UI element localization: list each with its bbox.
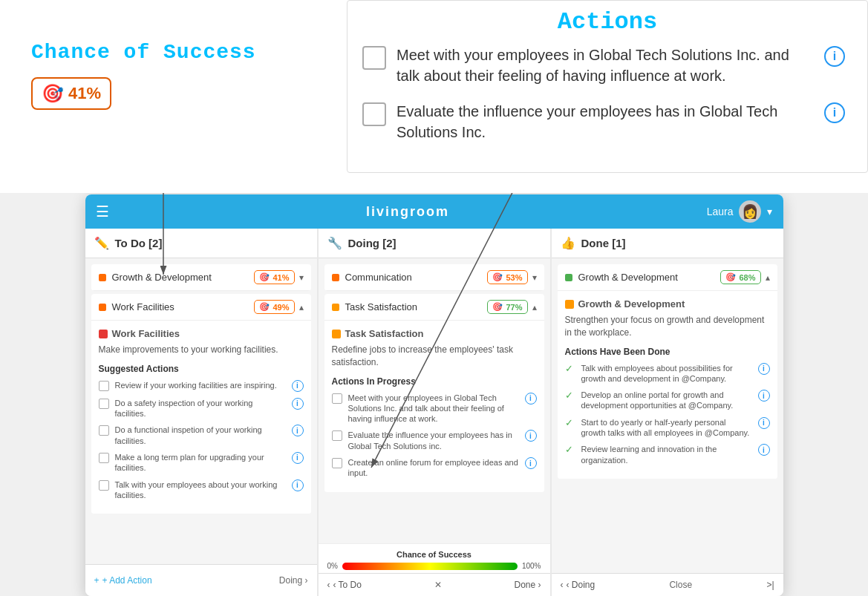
done-footer-center[interactable]: Close xyxy=(669,580,692,590)
done-growth-card-dot xyxy=(565,300,574,309)
comm-badge: 🎯 53% xyxy=(487,270,527,284)
work-check-3[interactable] xyxy=(99,453,109,463)
task-dot xyxy=(332,304,339,311)
doing-header: 🔧 Doing [2] xyxy=(319,229,550,258)
task-action-1: Evaluate the influence your employees ha… xyxy=(332,430,537,451)
done-prev-label: ‹ Doing xyxy=(567,580,595,590)
done-info-0[interactable]: i xyxy=(758,363,770,375)
work-actions-list: Review if your working facilities are in… xyxy=(99,380,304,500)
doing-task-card: Task Satisfaction Redefine jobs to incre… xyxy=(324,321,544,492)
todo-work-card: Work Facilities Make improvements to you… xyxy=(91,321,311,514)
work-action-text-2: Do a functional inspetion of your workin… xyxy=(115,425,286,446)
growth-chevron: ▾ xyxy=(299,272,304,283)
user-area[interactable]: Laura 👩 ▾ xyxy=(707,200,773,223)
add-action-label: + Add Action xyxy=(102,575,152,586)
todo-label: To Do [2] xyxy=(115,237,163,249)
task-check-0[interactable] xyxy=(332,393,342,404)
task-chevron: ▴ xyxy=(532,302,537,312)
action-checkbox-1[interactable] xyxy=(362,46,386,70)
hamburger-icon[interactable]: ☰ xyxy=(96,203,109,220)
work-action-4: Talk with your employees about your work… xyxy=(99,479,304,501)
work-check-0[interactable] xyxy=(99,381,109,391)
task-check-2[interactable] xyxy=(332,458,342,468)
work-action-text-0: Review if your working facilities are in… xyxy=(115,380,286,390)
cos-bar xyxy=(342,563,518,570)
done-growth-badge: 🎯 68% xyxy=(720,270,760,284)
work-check-1[interactable] xyxy=(99,399,109,409)
work-badge-icon: 🎯 xyxy=(259,302,270,312)
add-action-btn[interactable]: + + Add Action xyxy=(94,571,152,590)
todo-growth-header[interactable]: Growth & Development 🎯 41% ▾ xyxy=(91,264,311,291)
done-action-text-0: Talk with employees about possibilities … xyxy=(581,363,752,384)
done-footer-left[interactable]: ‹ ‹ Doing xyxy=(561,580,595,590)
done-info-3[interactable]: i xyxy=(758,444,770,456)
task-action-text-2: Create an online forum for employee idea… xyxy=(348,457,519,479)
action-item-1: Meet with your employees in Global Tech … xyxy=(362,45,852,86)
todo-header: ✏️ To Do [2] xyxy=(85,229,317,258)
work-card-desc: Make improvements to your working facili… xyxy=(99,344,304,356)
action-item-2: Evaluate the influence your employees ha… xyxy=(362,101,852,143)
todo-icon: ✏️ xyxy=(94,236,109,250)
cos-label-left: 0% xyxy=(327,562,338,570)
info-icon-2[interactable]: i xyxy=(824,102,845,123)
action-text-2: Evaluate the influence your employees ha… xyxy=(397,101,814,143)
done-growth-row: Growth & Development 🎯 68% ▴ Growth & De… xyxy=(558,264,777,479)
work-info-2[interactable]: i xyxy=(292,425,304,436)
done-growth-name: Growth & Development xyxy=(578,272,721,283)
done-growth-badge-pct: 68% xyxy=(739,273,755,282)
task-info-2[interactable]: i xyxy=(525,457,537,469)
action-checkbox-2[interactable] xyxy=(362,102,386,126)
chance-title: Chance of Success xyxy=(31,41,256,64)
work-check-2[interactable] xyxy=(99,425,109,436)
todo-work-header[interactable]: Work Facilities 🎯 49% ▴ xyxy=(91,294,311,321)
doing-footer-right[interactable]: Done › xyxy=(514,580,541,590)
growth-dot xyxy=(99,274,106,281)
task-info-1[interactable]: i xyxy=(525,430,537,442)
user-chevron: ▾ xyxy=(767,206,772,217)
work-action-3: Make a long term plan for upgrading your… xyxy=(99,452,304,474)
done-info-1[interactable]: i xyxy=(758,390,770,402)
work-info-1[interactable]: i xyxy=(292,398,304,410)
work-action-2: Do a functional inspetion of your workin… xyxy=(99,425,304,446)
done-growth-header[interactable]: Growth & Development 🎯 68% ▴ xyxy=(558,264,777,291)
todo-footer-right[interactable]: Doing › xyxy=(279,575,308,586)
done-growth-cat: Growth & Development xyxy=(565,298,770,310)
doing-comm-row: Communication 🎯 53% ▾ xyxy=(324,264,544,291)
app-window: ☰ livingroom Laura 👩 ▾ ✏️ To Do [2] Grow… xyxy=(85,194,783,596)
chance-badge: 🎯 41% xyxy=(31,77,111,110)
task-actions-list: Meet with your employees in Global Tech … xyxy=(332,393,537,479)
info-icon-1[interactable]: i xyxy=(824,46,845,67)
task-badge-pct: 77% xyxy=(506,303,522,312)
work-chevron: ▴ xyxy=(299,302,304,312)
done-action-1: ✓ Develop an online portal for growth an… xyxy=(565,390,770,411)
doing-footer-center[interactable]: ✕ xyxy=(434,580,442,590)
chance-of-success-section: Chance of Success 🎯 41% xyxy=(31,41,256,110)
doing-footer-left[interactable]: ‹ ‹ To Do xyxy=(327,580,362,590)
work-info-0[interactable]: i xyxy=(292,380,304,392)
work-info-4[interactable]: i xyxy=(292,479,304,491)
done-growth-card: Growth & Development Strengthen your foc… xyxy=(558,291,777,479)
work-check-4[interactable] xyxy=(99,480,109,491)
done-check-2: ✓ xyxy=(565,417,575,428)
done-info-2[interactable]: i xyxy=(758,417,770,429)
done-growth-desc: Strengthen your focus on growth and deve… xyxy=(565,314,770,339)
task-check-1[interactable] xyxy=(332,430,342,441)
growth-badge-pct: 41% xyxy=(273,273,289,282)
doing-column: 🔧 Doing [2] Communication 🎯 53% ▾ xyxy=(319,229,550,596)
doing-task-header[interactable]: Task Satisfaction 🎯 77% ▴ xyxy=(324,294,544,321)
comm-cat-name: Communication xyxy=(345,272,488,283)
task-card-dot xyxy=(332,330,341,338)
work-actions-title: Suggested Actions xyxy=(99,364,304,374)
done-footer-right[interactable]: >| xyxy=(766,580,774,590)
task-card-cat: Task Satisfaction xyxy=(332,328,537,339)
chance-percent: 41% xyxy=(68,84,101,103)
done-growth-chevron: ▴ xyxy=(766,272,770,283)
done-growth-dot xyxy=(565,274,572,281)
target-icon: 🎯 xyxy=(42,83,64,104)
work-badge-pct: 49% xyxy=(273,303,289,312)
work-info-3[interactable]: i xyxy=(292,452,304,464)
task-info-0[interactable]: i xyxy=(525,393,537,405)
doing-comm-header[interactable]: Communication 🎯 53% ▾ xyxy=(324,264,544,291)
todo-column: ✏️ To Do [2] Growth & Development 🎯 41% … xyxy=(85,229,317,596)
task-cat-name: Task Satisfaction xyxy=(345,301,488,312)
